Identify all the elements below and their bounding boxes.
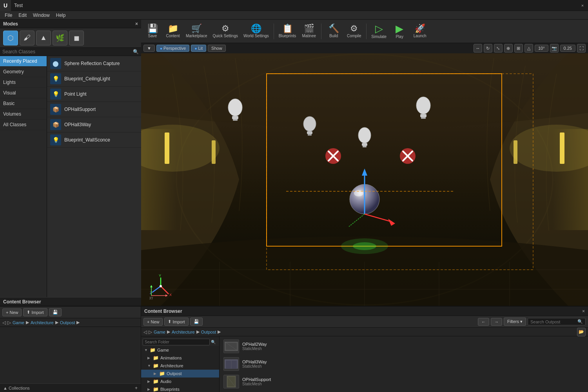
new-button[interactable]: + New [143,318,163,326]
asset-row[interactable]: OPHallSupport StaticMesh [221,373,586,390]
launch-button[interactable]: 🚀 Launch [410,23,430,40]
category-visual[interactable]: Visual [0,88,47,98]
build-button[interactable]: 🔨 Build [324,23,343,40]
svg-text:Y: Y [159,274,161,278]
foliage-mode-button[interactable]: 🌿 [53,31,67,45]
quick-settings-button[interactable]: ⚙ Quick Settings [210,23,240,40]
forward-button[interactable]: → [491,318,502,326]
save-all-button[interactable]: 💾 [190,318,203,326]
camera-speed-icon[interactable]: 📷 [550,44,559,53]
marketplace-button[interactable]: 🛒 Marketplace [183,23,209,40]
scale-number: 0.25 [564,46,572,51]
place-mode-button[interactable]: ⬡ [3,31,18,45]
svg-marker-42 [388,219,395,226]
modes-close-icon[interactable]: × [135,21,138,27]
lit-dot-icon: ● [194,46,197,51]
angle-icon[interactable]: △ [524,44,533,53]
search-outpost-input[interactable] [530,319,577,324]
asset-name-ophallsupport: OPHallSupport [242,377,271,382]
window-close-button[interactable]: × [577,0,588,11]
save-label: Save [148,34,157,38]
blueprints-button[interactable]: 📋 Blueprints [276,23,298,40]
left-crumb-outpost[interactable]: Outpost [60,320,75,325]
simulate-button[interactable]: ▷ Simulate [369,22,389,40]
list-item[interactable]: 📦 OPHall3Way [47,117,141,132]
path-icon[interactable]: 📂 [577,328,586,336]
add-collection-bottom-button[interactable]: + [135,385,138,391]
category-geometry[interactable]: Geometry [0,67,47,77]
world-settings-button[interactable]: 🌐 World Settings [241,23,271,40]
folder-outpost[interactable]: ▶ 📁 Outpost [141,370,219,377]
snap-settings-icon[interactable]: ⊞ [514,44,523,53]
crumb-architecture[interactable]: Architecture [172,330,195,334]
perspective-dot-icon: ● [160,46,162,51]
geometry-mode-button[interactable]: ◼ [69,31,84,45]
content-button[interactable]: 📁 Content [163,23,183,40]
world-local-icon[interactable]: ⊕ [504,44,513,53]
list-item[interactable]: 💡 Point Light [47,87,141,102]
paint-mode-button[interactable]: 🖌 [20,31,34,45]
left-crumb-game[interactable]: Game [13,320,24,325]
nav-forward-icon[interactable]: ▷ [149,329,152,335]
save-button[interactable]: 💾 Save [143,23,162,40]
folder-audio[interactable]: ▶ 📁 Audio [141,377,219,385]
list-item[interactable]: 📦 OPHallSupport [47,102,141,117]
asset-row[interactable]: OPHall2Way StaticMesh [221,338,586,355]
play-button[interactable]: ▶ Play [390,22,409,40]
left-import-button[interactable]: ⬆ Import [23,308,47,316]
scale-icon[interactable]: ⤡ [494,44,503,53]
perspective-button[interactable]: ● Perspective [156,45,190,52]
category-volumes[interactable]: Volumes [0,109,47,120]
translate-icon[interactable]: ↔ [474,44,482,53]
import-button[interactable]: ⬆ Import [164,318,188,326]
content-icon: 📁 [168,24,178,33]
filters-button[interactable]: Filters ▾ [504,318,526,326]
nav-back-icon[interactable]: ◁ [143,329,147,335]
compile-button[interactable]: ⚙ Compile [344,23,364,40]
save-icon: 💾 [147,24,158,33]
category-all-classes[interactable]: All Classes [0,120,47,130]
menu-window[interactable]: Window [30,12,53,19]
list-item[interactable]: ⬤ Sphere Reflection Capture [47,56,141,71]
scale-value[interactable]: 0.25 [560,45,575,52]
matinee-button[interactable]: 🎬 Matinee [299,23,319,40]
menu-file[interactable]: File [2,12,15,19]
category-basic[interactable]: Basic [0,98,47,109]
folder-architecture[interactable]: ▼ 📁 Architecture [141,362,219,370]
left-new-button[interactable]: + New [2,309,22,316]
lit-button[interactable]: ● Lit [191,45,206,52]
folder-game[interactable]: ▼ 📁 Game [141,346,219,354]
angle-number: 10° [538,46,545,51]
import-icon: ⬆ [168,319,171,324]
content-browser-close-icon[interactable]: × [582,309,585,314]
landscape-mode-button[interactable]: ▲ [36,31,51,45]
back-button[interactable]: ← [478,318,489,326]
lit-label: Lit [198,46,203,51]
asset-row[interactable]: OPHall3Way StaticMesh [221,356,586,372]
search-folder-input[interactable] [143,339,210,345]
category-lights[interactable]: Lights [0,77,47,88]
crumb-game[interactable]: Game [154,330,165,334]
show-button[interactable]: Show [208,45,226,52]
left-forward-button[interactable]: ▷ [7,320,11,325]
search-classes-input[interactable] [2,49,133,54]
list-item[interactable]: 💡 Blueprint_CeilingLight [47,71,141,87]
angle-value[interactable]: 10° [535,45,548,52]
fullscreen-icon[interactable]: ⛶ [577,44,586,53]
list-item[interactable]: 💡 Blueprint_WallSconce [47,132,141,148]
asset-name-ophall3way: OPHall3Way [242,359,267,364]
menu-edit[interactable]: Edit [15,12,30,19]
left-crumb-arch[interactable]: Architecture [31,320,54,325]
viewport-menu-button[interactable]: ▼ [143,45,155,52]
folder-animations[interactable]: ▶ 📁 Animations [141,354,219,362]
left-back-button[interactable]: ◁ [2,320,6,325]
rotate-icon[interactable]: ↻ [484,44,492,53]
crumb-outpost[interactable]: Outpost [201,330,216,334]
folder-blueprints[interactable]: ▶ 📁 Blueprints [141,385,219,392]
menu-help[interactable]: Help [53,12,69,19]
folder-animations-label: Animations [160,356,181,360]
left-save-button[interactable]: 💾 [49,308,62,316]
left-import-label: Import [31,310,44,315]
category-recently-placed[interactable]: Recently Placed [0,56,47,67]
left-crumb-arrow-1: ▶ [26,320,29,325]
